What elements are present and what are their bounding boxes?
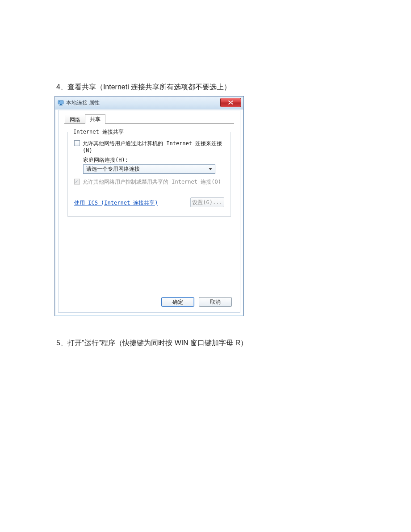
chevron-down-icon xyxy=(209,168,212,170)
group-title: Internet 连接共享 xyxy=(71,128,126,136)
dialog-client-area: 网络 共享 Internet 连接共享 允许其他网络用户通过此计算机的 Inte… xyxy=(58,110,240,313)
check-icon: ✓ xyxy=(75,179,78,184)
close-icon xyxy=(228,101,233,105)
properties-dialog: 本地连接 属性 网络 共享 Internet 连接共享 允许其他网络用户通过此计… xyxy=(55,96,244,316)
tabstrip: 网络 共享 xyxy=(65,114,105,124)
internet-sharing-group: Internet 连接共享 允许其他网络用户通过此计算机的 Internet 连… xyxy=(67,132,231,217)
allow-through-label: 允许其他网络用户通过此计算机的 Internet 连接来连接(N) xyxy=(83,140,224,154)
ok-button[interactable]: 确定 xyxy=(161,297,194,307)
dialog-title: 本地连接 属性 xyxy=(66,99,100,107)
allow-control-checkbox: ✓ xyxy=(74,179,80,184)
svg-rect-2 xyxy=(59,105,63,105)
allow-control-label: 允许其他网络用户控制或禁用共享的 Internet 连接(O) xyxy=(83,179,221,186)
combo-selected-text: 请选一个专用网络连接 xyxy=(86,165,140,173)
cancel-button[interactable]: 取消 xyxy=(199,297,232,307)
tab-network[interactable]: 网络 xyxy=(65,115,85,124)
close-button[interactable] xyxy=(220,98,241,107)
svg-rect-0 xyxy=(58,101,63,104)
step4-caption: 4、查看共享（Interneti 连接共享所有选项都不要选上） xyxy=(56,83,231,92)
home-network-label: 家庭网络连接(H): xyxy=(83,156,128,164)
settings-button: 设置(G)... xyxy=(190,197,224,207)
home-network-combo[interactable]: 请选一个专用网络连接 xyxy=(83,164,215,174)
allow-through-checkbox[interactable] xyxy=(74,140,80,146)
allow-through-row[interactable]: 允许其他网络用户通过此计算机的 Internet 连接来连接(N) xyxy=(74,140,224,154)
ics-help-link[interactable]: 使用 ICS (Internet 连接共享) xyxy=(74,199,158,207)
network-adapter-icon xyxy=(58,100,64,106)
allow-control-row: ✓ 允许其他网络用户控制或禁用共享的 Internet 连接(O) xyxy=(74,179,224,186)
step5-caption: 5、打开"运行"程序（快捷键为同时按 WIN 窗口键加字母 R） xyxy=(56,339,247,348)
svg-point-3 xyxy=(59,101,60,102)
svg-rect-1 xyxy=(60,104,62,105)
tab-share[interactable]: 共享 xyxy=(85,114,105,124)
titlebar: 本地连接 属性 xyxy=(55,96,243,109)
